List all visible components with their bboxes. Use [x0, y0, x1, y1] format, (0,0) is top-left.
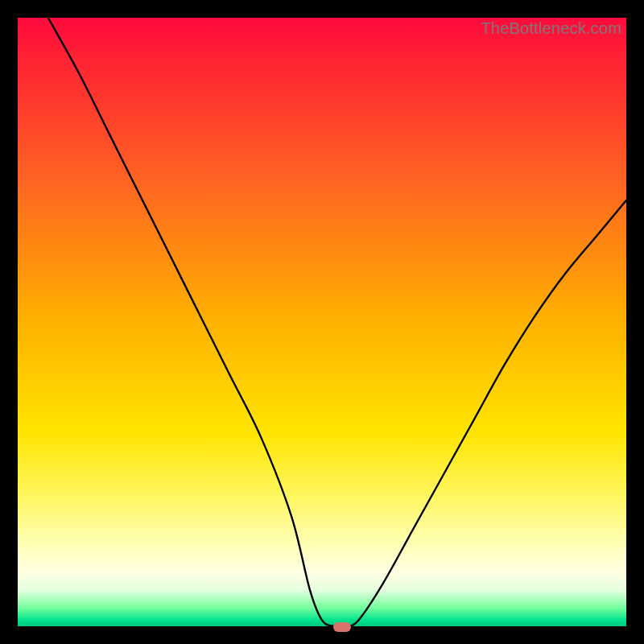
sweet-spot-marker [333, 622, 351, 632]
chart-frame: TheBottleneck.com [0, 0, 644, 644]
plot-area: TheBottleneck.com [16, 16, 628, 628]
watermark: TheBottleneck.com [481, 19, 621, 38]
bottleneck-curve [18, 18, 626, 626]
